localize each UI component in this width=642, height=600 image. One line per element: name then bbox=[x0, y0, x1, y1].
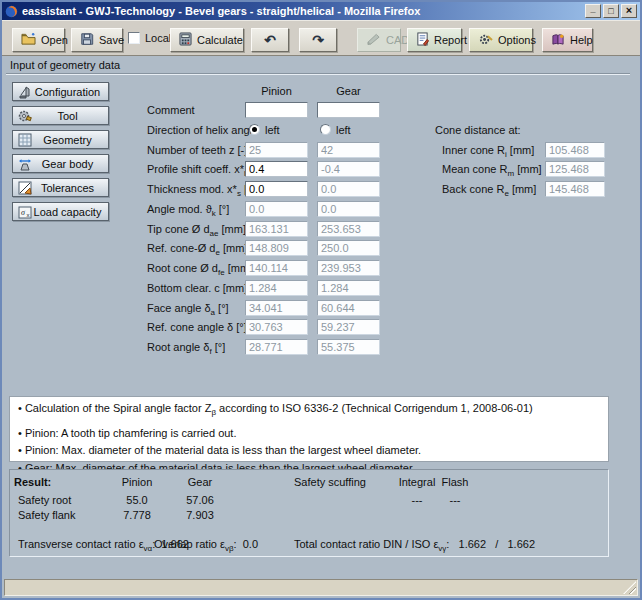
helix-gear-left-radio[interactable] bbox=[320, 124, 331, 135]
safety-root-gear: 57.06 bbox=[168, 494, 232, 506]
row-back-cone: Back cone Re [mm] bbox=[2, 181, 640, 197]
face-angle-gear-field bbox=[317, 300, 380, 316]
mean-cone-field bbox=[545, 161, 605, 177]
local-checkbox-label: Local bbox=[145, 32, 171, 44]
note-item: Pinion: A tooth tip chamfering is carrie… bbox=[18, 427, 600, 444]
result-header: Result: bbox=[14, 476, 51, 488]
note-item: Calculation of the Spiral angle factor Z… bbox=[18, 402, 600, 419]
tip-cone-pinion-field bbox=[245, 221, 308, 237]
options-button[interactable]: Options bbox=[469, 28, 533, 52]
row-tip-cone: Tip cone Ø dae [mm] bbox=[2, 221, 640, 237]
ref-cone-angle-gear-field bbox=[317, 319, 380, 335]
toolbar: Open Save Local bbox=[2, 20, 640, 56]
row-bottom-clearance: Bottom clear. c [mm] bbox=[2, 280, 640, 296]
cone-distance-title: Cone distance at: bbox=[435, 124, 521, 136]
page-title: Input of geometry data bbox=[10, 59, 120, 71]
helix-pinion-radio-label: left bbox=[265, 124, 280, 136]
angle-mod-gear-field bbox=[317, 201, 380, 217]
row-comment: Comment bbox=[2, 102, 640, 118]
sidebar-item-configuration[interactable]: Configuration bbox=[12, 82, 109, 101]
row-helix-direction: Direction of helix angle left left bbox=[2, 122, 640, 138]
cad-icon bbox=[366, 33, 381, 47]
row-root-angle: Root angle δf [°] bbox=[2, 339, 640, 355]
application-window: eassistant - GWJ-Technology - Bevel gear… bbox=[0, 0, 642, 600]
firefox-icon bbox=[5, 5, 18, 18]
helix-gear-radio-label: left bbox=[336, 124, 351, 136]
note-item: Pinion: Max. diameter of the material da… bbox=[18, 444, 600, 461]
back-cone-field bbox=[545, 181, 605, 197]
row-root-cone: Root cone Ø dfe [mm] bbox=[2, 260, 640, 276]
root-cone-pinion-field bbox=[245, 260, 308, 276]
safety-flank-label: Safety flank bbox=[18, 509, 75, 521]
safety-root-flash: --- bbox=[423, 494, 487, 506]
root-angle-pinion-field bbox=[245, 339, 308, 355]
status-bar bbox=[4, 579, 638, 596]
title-bar[interactable]: eassistant - GWJ-Technology - Bevel gear… bbox=[2, 2, 640, 20]
safety-root-pinion: 55.0 bbox=[105, 494, 169, 506]
ref-cone-pinion-field bbox=[245, 240, 308, 256]
calculator-icon bbox=[179, 32, 192, 48]
open-folder-icon bbox=[21, 32, 36, 48]
floppy-disk-icon bbox=[80, 32, 94, 48]
bottom-clearance-gear-field bbox=[317, 280, 380, 296]
inner-cone-field bbox=[545, 142, 605, 158]
ref-cone-angle-pinion-field bbox=[245, 319, 308, 335]
maximize-button[interactable]: □ bbox=[603, 4, 619, 18]
row-inner-cone: Inner cone Ri [mm] bbox=[2, 142, 640, 158]
options-gear-icon bbox=[478, 32, 493, 48]
report-button[interactable]: Report bbox=[407, 28, 462, 52]
redo-button[interactable]: ↷ bbox=[299, 28, 337, 52]
section-divider bbox=[6, 73, 630, 75]
undo-icon: ↶ bbox=[264, 33, 276, 47]
safety-flank-pinion: 7.778 bbox=[105, 509, 169, 521]
help-book-icon bbox=[551, 33, 565, 48]
overlap-ratio: Overlap ratio εvβ: 0.0 bbox=[154, 538, 258, 553]
result-col-flash: Flash bbox=[423, 476, 487, 488]
close-button[interactable]: × bbox=[621, 4, 637, 18]
window-title: eassistant - GWJ-Technology - Bevel gear… bbox=[22, 5, 585, 17]
row-mean-cone: Mean cone Rm [mm] bbox=[2, 161, 640, 177]
safety-root-label: Safety root bbox=[18, 494, 71, 506]
ref-cone-gear-field bbox=[317, 240, 380, 256]
comment-pinion-input[interactable] bbox=[245, 102, 308, 118]
local-checkbox[interactable] bbox=[128, 32, 140, 44]
cad-button: CAD bbox=[357, 28, 401, 52]
report-document-icon bbox=[416, 32, 429, 48]
open-button[interactable]: Open bbox=[12, 28, 65, 52]
configuration-icon bbox=[17, 84, 33, 100]
notes-panel: Calculation of the Spiral angle factor Z… bbox=[9, 396, 609, 462]
angle-mod-pinion-field bbox=[245, 201, 308, 217]
undo-button[interactable]: ↶ bbox=[251, 28, 289, 52]
result-col-gear: Gear bbox=[168, 476, 232, 488]
result-col-scuffing: Safety scuffing bbox=[294, 476, 366, 488]
row-face-angle: Face angle δa [°] bbox=[2, 300, 640, 316]
column-header-gear: Gear bbox=[317, 85, 380, 97]
result-col-pinion: Pinion bbox=[105, 476, 169, 488]
minimize-button[interactable]: _ bbox=[585, 4, 601, 18]
row-ref-cone-angle: Ref. cone angle δ [°] bbox=[2, 319, 640, 335]
root-angle-gear-field bbox=[317, 339, 380, 355]
row-ref-cone: Ref. cone-Ø de [mm] bbox=[2, 240, 640, 256]
comment-gear-input[interactable] bbox=[317, 102, 380, 118]
root-cone-gear-field bbox=[317, 260, 380, 276]
local-checkbox-group: Local bbox=[128, 32, 171, 44]
helix-pinion-left-radio[interactable] bbox=[249, 124, 260, 135]
face-angle-pinion-field bbox=[245, 300, 308, 316]
bottom-clearance-pinion-field bbox=[245, 280, 308, 296]
column-header-pinion: Pinion bbox=[245, 85, 308, 97]
safety-flank-gear: 7.903 bbox=[168, 509, 232, 521]
resize-grip[interactable] bbox=[623, 581, 636, 594]
redo-icon: ↷ bbox=[312, 33, 324, 47]
total-contact-ratio: Total contact ratio DIN / ISO εvγ: 1.662… bbox=[294, 538, 535, 553]
save-button[interactable]: Save bbox=[71, 28, 123, 52]
help-button[interactable]: Help bbox=[542, 28, 593, 52]
row-angle-mod: Angle mod. ϑk [°] bbox=[2, 201, 640, 217]
tip-cone-gear-field bbox=[317, 221, 380, 237]
calculate-button[interactable]: Calculate bbox=[170, 28, 244, 52]
result-panel: Result: Pinion Gear Safety scuffing Inte… bbox=[9, 469, 609, 557]
